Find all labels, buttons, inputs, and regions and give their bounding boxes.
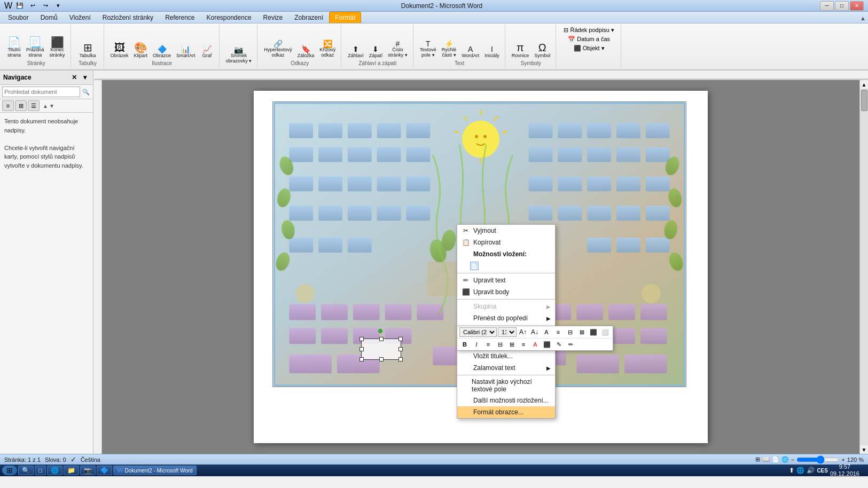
- nav-arrow-up[interactable]: ▲: [43, 103, 48, 109]
- minimize-button[interactable]: ─: [820, 1, 834, 11]
- ribbon-btn-cislo[interactable]: # Číslostránky ▾: [386, 39, 410, 59]
- ribbon-btn-textove[interactable]: T Textovépole ▾: [418, 39, 439, 59]
- bold-btn[interactable]: B: [459, 340, 470, 349]
- tray-network-icon[interactable]: 🌐: [796, 467, 804, 474]
- language[interactable]: Čeština: [81, 456, 100, 463]
- objekt-btn[interactable]: ⬛ Objekt ▾: [574, 44, 605, 53]
- nav-search-input[interactable]: [2, 86, 80, 97]
- ribbon-btn-snimek[interactable]: 📷 Snímekobrazovky ▾: [224, 45, 254, 65]
- datum-cas-btn[interactable]: 📅 Datum a čas: [568, 35, 610, 44]
- selected-textbox[interactable]: [361, 339, 401, 360]
- tab-vlozeni[interactable]: Vložení: [64, 12, 97, 23]
- ribbon-btn-konec[interactable]: ⬛ Konecstránky: [48, 36, 67, 59]
- taskbar-ie[interactable]: 🌐: [47, 466, 62, 475]
- taskbar-photos[interactable]: 📷: [80, 466, 96, 475]
- ribbon-btn-krizovy[interactable]: 🔀 Křížovýodkaz: [317, 39, 338, 59]
- taskbar-store[interactable]: 🔷: [97, 466, 112, 475]
- taskbar-explorer[interactable]: 📁: [64, 466, 79, 475]
- increase-font-btn[interactable]: A↑: [518, 327, 528, 337]
- start-button[interactable]: ⊞: [2, 466, 17, 475]
- vertical-scrollbar[interactable]: ▲ ▼: [859, 80, 868, 454]
- ribbon-btn-wordart[interactable]: A WordArt: [459, 44, 481, 59]
- italic-btn[interactable]: I: [471, 340, 482, 349]
- nav-close-button[interactable]: ✕: [69, 73, 79, 82]
- numbering-btn[interactable]: ⊟: [565, 327, 575, 337]
- clear-format-btn[interactable]: A: [541, 327, 552, 337]
- zoom-in-btn[interactable]: +: [841, 456, 844, 463]
- cm-skupina[interactable]: Skupina ▶: [457, 301, 555, 312]
- ribbon-btn-obrazce[interactable]: 🔷 Obrazce: [151, 44, 173, 59]
- quickaccess-dropdown[interactable]: ▾: [53, 1, 64, 11]
- tab-korespondence[interactable]: Korespondence: [201, 12, 257, 23]
- view-print-btn[interactable]: 📄: [772, 456, 779, 463]
- view-reading-btn[interactable]: 📖: [762, 456, 770, 463]
- radek-podpisu-btn[interactable]: ⊟ Řádek podpisu ▾: [564, 26, 614, 35]
- handle-sw[interactable]: [359, 357, 364, 361]
- handle-n[interactable]: [379, 337, 384, 341]
- restore-button[interactable]: □: [835, 1, 849, 11]
- nav-arrow-down[interactable]: ▼: [49, 103, 54, 109]
- cm-upravit-body[interactable]: ⬛ Upravit body: [457, 286, 555, 298]
- sort-btn[interactable]: ⬛: [588, 327, 599, 337]
- taskbar-word[interactable]: W Dokument2 - Microsoft Word: [113, 466, 196, 475]
- ribbon-btn-rovnice[interactable]: π Rovnice: [510, 41, 531, 59]
- nav-view-outline[interactable]: ≡: [2, 100, 14, 111]
- justify-btn[interactable]: ≡: [518, 340, 529, 349]
- tab-domu[interactable]: Domů: [35, 12, 64, 23]
- decrease-font-btn[interactable]: A↓: [529, 327, 540, 337]
- indent-btn[interactable]: ⊠: [576, 327, 587, 337]
- handle-s[interactable]: [379, 357, 384, 361]
- handle-e[interactable]: [398, 347, 403, 351]
- scroll-track[interactable]: [860, 89, 868, 445]
- font-name-select[interactable]: Calibri (2: [459, 327, 497, 337]
- cm-zalamovat[interactable]: Zalamovat text ▶: [457, 362, 555, 374]
- ribbon-btn-prazdna[interactable]: 📃 Prázdnástrana: [24, 36, 46, 59]
- taskbar-task-view[interactable]: □: [35, 466, 46, 475]
- handle-w[interactable]: [359, 347, 364, 351]
- taskbar-search[interactable]: 🔍: [18, 466, 34, 475]
- tab-format[interactable]: Formát: [329, 12, 361, 23]
- handle-se[interactable]: [398, 357, 403, 361]
- document-scroll[interactable]: ✂ Vyjmout 📋 Kopírovat Možnosti vložení:: [102, 80, 859, 454]
- ribbon-btn-titulni[interactable]: 📄 Titulnístrana: [5, 36, 23, 59]
- ribbon-btn-hypertextovy[interactable]: 🔗 Hypertextovýodkaz: [262, 39, 294, 59]
- scroll-up-arrow[interactable]: ▲: [860, 80, 869, 89]
- font-size-select[interactable]: 11: [498, 327, 517, 337]
- cm-paste-icon[interactable]: 📄: [470, 262, 479, 270]
- ribbon-btn-rychle[interactable]: ⚡ Rychléčásti ▾: [440, 39, 459, 59]
- nav-view-list[interactable]: ☰: [28, 100, 40, 111]
- bullets-btn[interactable]: ≡: [553, 327, 564, 337]
- ribbon-btn-symbol[interactable]: Ω Symbol: [532, 41, 552, 59]
- ribbon-btn-obrazek[interactable]: 🖼 Obrázek: [108, 41, 131, 59]
- align-right-btn[interactable]: ⊞: [506, 340, 517, 349]
- ribbon-collapse[interactable]: ▲: [860, 15, 866, 23]
- ribbon-btn-graf[interactable]: 📈 Graf: [199, 44, 216, 59]
- quickaccess-save[interactable]: 💾: [14, 1, 25, 11]
- show-markup-btn[interactable]: ⬜: [600, 327, 611, 337]
- tab-rozlozeni[interactable]: Rozložení stránky: [97, 12, 159, 23]
- cm-vlozit-titulek[interactable]: Vložit titulek...: [457, 350, 555, 362]
- ribbon-btn-tabulka[interactable]: ⊞ Tabulka: [77, 41, 98, 59]
- ribbon-btn-inicialy[interactable]: I Iniciály: [482, 44, 502, 59]
- scroll-down-arrow[interactable]: ▼: [860, 445, 869, 454]
- nav-view-pages[interactable]: ⊞: [15, 100, 27, 111]
- cm-upravit-text[interactable]: ✏ Upravit text: [457, 274, 555, 286]
- highlight-btn[interactable]: ⬛: [542, 340, 552, 349]
- tray-up-icon[interactable]: ⬆: [789, 467, 794, 474]
- ribbon-btn-smartart[interactable]: 📊 SmartArt: [174, 44, 198, 59]
- align-left-btn[interactable]: ≡: [483, 340, 494, 349]
- text-highlight-btn[interactable]: ✎: [553, 340, 564, 349]
- center-align-btn[interactable]: ⊟: [495, 340, 505, 349]
- cm-paste-icon-row[interactable]: 📄: [457, 260, 555, 272]
- nav-options-button[interactable]: ▾: [80, 73, 90, 82]
- cm-kopirovat[interactable]: 📋 Kopírovat: [457, 237, 555, 248]
- cm-prenest-popredu[interactable]: Přenést do popředí ▶: [457, 312, 555, 324]
- spell-check-icon[interactable]: ✓: [71, 455, 76, 463]
- ribbon-btn-zapati[interactable]: ⬇ Zápatí: [367, 44, 385, 59]
- ribbon-btn-zalozka[interactable]: 🔖 Záložka: [295, 44, 317, 59]
- zoom-out-btn[interactable]: −: [791, 456, 794, 463]
- quickaccess-undo[interactable]: ↩: [27, 1, 38, 11]
- ribbon-btn-zahlavi[interactable]: ⬆ Záhlaví: [346, 44, 366, 59]
- cm-vyjmout[interactable]: ✂ Vyjmout: [457, 225, 555, 237]
- view-web-btn[interactable]: 🌐: [781, 456, 789, 463]
